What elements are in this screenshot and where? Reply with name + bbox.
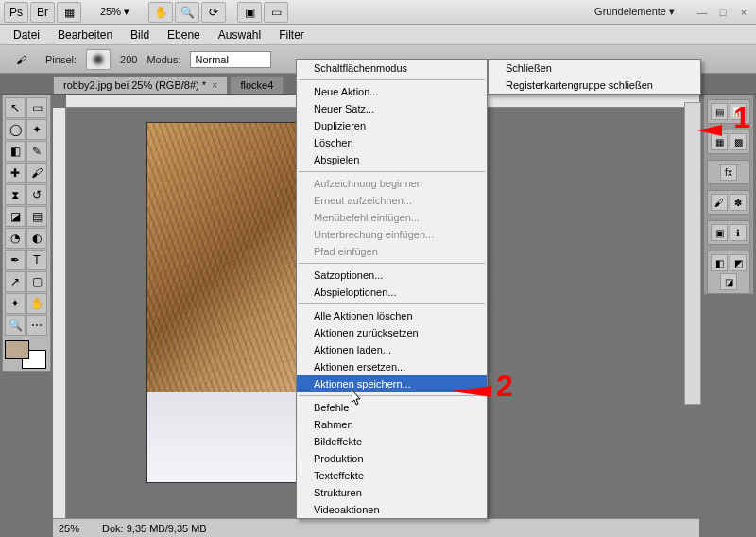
menu-item[interactable]: Neue Aktion... xyxy=(297,83,487,100)
tab-active[interactable]: robby2.jpg bei 25% (RGB/8#) * × xyxy=(53,76,228,94)
zoom2-tool-icon[interactable]: 🔍 xyxy=(5,315,26,336)
layers-panel-icon[interactable]: ◧ xyxy=(711,254,728,271)
image-snow-area xyxy=(147,392,318,482)
3d-tool-icon[interactable]: ✦ xyxy=(5,293,26,314)
arrange-docs-icon[interactable]: ▣ xyxy=(237,2,262,23)
main-menu-bar: Datei Bearbeiten Bild Ebene Auswahl Filt… xyxy=(0,25,756,45)
menu-item: Menübefehl einfügen... xyxy=(297,209,487,226)
bridge-icon[interactable]: Br xyxy=(30,2,55,23)
close-icon[interactable]: × xyxy=(735,7,752,18)
color-swatch[interactable] xyxy=(5,340,46,369)
menu-item[interactable]: Abspieloptionen... xyxy=(297,284,487,301)
eraser-tool-icon[interactable]: ◪ xyxy=(5,206,26,227)
extras-icon[interactable]: ▦ xyxy=(57,2,81,23)
brush2-tool-icon[interactable]: 🖌 xyxy=(26,163,47,183)
menu-item[interactable]: Neuer Satz... xyxy=(297,100,487,117)
hand-tool-icon[interactable]: ✋ xyxy=(148,2,173,23)
menu-item[interactable]: Aktionen laden... xyxy=(297,341,487,358)
menu-item: Unterbrechung einfügen... xyxy=(297,226,487,243)
crop-tool-icon[interactable]: ◧ xyxy=(5,141,26,162)
minimize-icon[interactable]: — xyxy=(694,7,711,18)
blur-tool-icon[interactable]: ◔ xyxy=(5,228,26,249)
misc-tool-icon[interactable]: ⋯ xyxy=(26,315,47,336)
menu-bearbeiten[interactable]: Bearbeiten xyxy=(50,26,120,44)
status-bar: 25% Dok: 9,35 MB/9,35 MB xyxy=(53,518,699,537)
channels-panel-icon[interactable]: ◩ xyxy=(730,254,747,271)
workspace-switcher[interactable]: Grundelemente ▾ xyxy=(585,3,684,21)
menu-item: Erneut aufzeichnen... xyxy=(297,192,487,209)
app-control-bar: Ps Br ▦ 25% ▾ ✋ 🔍 ⟳ ▣ ▭ Grundelemente ▾ … xyxy=(0,0,756,25)
menu-item[interactable]: Aktionen ersetzen... xyxy=(297,358,487,375)
tab-active-label: robby2.jpg bei 25% (RGB/8#) * xyxy=(63,79,206,91)
flyout-menu-icon[interactable]: ▤ xyxy=(711,103,728,120)
info-panel-icon[interactable]: ℹ xyxy=(730,224,747,241)
document-canvas[interactable] xyxy=(147,123,318,482)
fg-color-icon[interactable] xyxy=(5,340,29,359)
tab-inactive[interactable]: flocke4 xyxy=(230,76,284,94)
brush-panel-icon[interactable]: 🖌 xyxy=(711,194,728,211)
mode-label: Modus: xyxy=(146,54,180,65)
toolbox: ↖ ▭ ◯ ✦ ◧ ✎ ✚ 🖌 ⧗ ↺ ◪ ▤ ◔ ◐ ✒ T ↗ ▢ ✦ ✋ … xyxy=(2,95,51,372)
mode-select[interactable]: Normal xyxy=(190,51,271,68)
menu-item[interactable]: Videoaktionen xyxy=(297,501,487,518)
styles-panel-icon[interactable]: fx xyxy=(720,164,737,181)
lasso-tool-icon[interactable]: ◯ xyxy=(5,119,26,140)
menu-item[interactable]: Satzoptionen... xyxy=(297,267,487,284)
swatches-panel-icon[interactable]: ▩ xyxy=(730,133,747,150)
menu-item[interactable]: Texteffekte xyxy=(297,467,487,484)
pen-tool-icon[interactable]: ✒ xyxy=(5,250,26,270)
screen-mode-icon[interactable]: ▭ xyxy=(264,2,288,23)
menu-item[interactable]: Schließen xyxy=(489,60,700,77)
paths-panel-icon[interactable]: ◪ xyxy=(720,273,737,290)
zoom-level[interactable]: 25% ▾ xyxy=(93,6,137,18)
menu-item[interactable]: Aktionen zurücksetzen xyxy=(297,324,487,341)
hand2-tool-icon[interactable]: ✋ xyxy=(26,293,47,314)
menu-item[interactable]: Strukturen xyxy=(297,484,487,501)
menu-item[interactable]: Abspielen xyxy=(297,151,487,168)
status-zoom[interactable]: 25% xyxy=(59,523,79,534)
menu-item[interactable]: Registerkartengruppe schließen xyxy=(489,77,700,94)
type-tool-icon[interactable]: T xyxy=(26,250,47,270)
menu-item[interactable]: Schaltflächenmodus xyxy=(297,60,487,77)
collapsed-panel[interactable] xyxy=(684,102,701,405)
image-content xyxy=(147,123,318,392)
menu-item: Pfad einfügen xyxy=(297,243,487,260)
menu-ebene[interactable]: Ebene xyxy=(160,26,208,44)
ps-logo-icon[interactable]: Ps xyxy=(4,2,28,23)
shape-tool-icon[interactable]: ▢ xyxy=(26,271,47,292)
tab-close-icon[interactable]: × xyxy=(212,79,217,91)
maximize-icon[interactable]: □ xyxy=(714,7,731,18)
gradient-tool-icon[interactable]: ▤ xyxy=(26,206,47,227)
history-brush-icon[interactable]: ↺ xyxy=(26,184,47,205)
annotation-arrow-1 xyxy=(697,125,722,136)
menu-filter[interactable]: Filter xyxy=(271,26,312,44)
menu-item[interactable]: Bildeffekte xyxy=(297,433,487,450)
panel-group-menu: SchließenRegisterkartengruppe schließen xyxy=(488,59,701,95)
menu-item[interactable]: Alle Aktionen löschen xyxy=(297,307,487,324)
menu-auswahl[interactable]: Auswahl xyxy=(211,26,268,44)
move-tool-icon[interactable]: ↖ xyxy=(5,97,26,118)
nav-panel-icon[interactable]: ▣ xyxy=(711,224,728,241)
clone-panel-icon[interactable]: ✽ xyxy=(730,194,747,211)
annotation-arrow-2 xyxy=(452,386,491,397)
wand-tool-icon[interactable]: ✦ xyxy=(26,119,47,140)
vertical-ruler[interactable] xyxy=(53,108,66,518)
dodge-tool-icon[interactable]: ◐ xyxy=(26,228,47,249)
rotate-view-icon[interactable]: ⟳ xyxy=(201,2,226,23)
brush-tool-icon[interactable]: 🖌 xyxy=(6,48,36,71)
menu-item[interactable]: Befehle xyxy=(297,399,487,416)
brush-preview[interactable] xyxy=(86,49,111,70)
menu-bild[interactable]: Bild xyxy=(123,26,157,44)
healing-tool-icon[interactable]: ✚ xyxy=(5,163,26,183)
marquee-tool-icon[interactable]: ▭ xyxy=(26,97,47,118)
menu-datei[interactable]: Datei xyxy=(6,26,47,44)
path-tool-icon[interactable]: ↗ xyxy=(5,271,26,292)
menu-item[interactable]: Rahmen xyxy=(297,416,487,433)
menu-item[interactable]: Duplizieren xyxy=(297,117,487,134)
menu-item[interactable]: Löschen xyxy=(297,134,487,151)
eyedropper-tool-icon[interactable]: ✎ xyxy=(26,141,47,162)
zoom-tool-icon[interactable]: 🔍 xyxy=(175,2,199,23)
status-doc-size[interactable]: Dok: 9,35 MB/9,35 MB xyxy=(102,523,207,534)
menu-item[interactable]: Produktion xyxy=(297,450,487,467)
stamp-tool-icon[interactable]: ⧗ xyxy=(5,184,26,205)
